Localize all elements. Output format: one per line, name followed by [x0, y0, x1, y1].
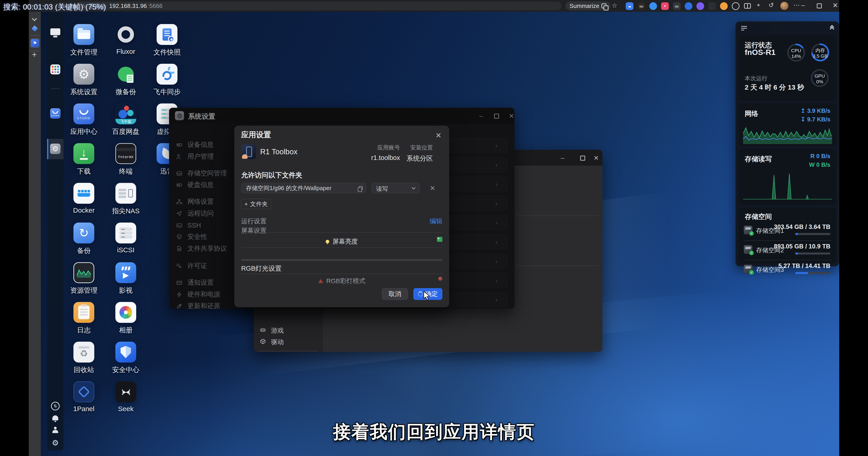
chevron-down-icon — [412, 186, 416, 190]
browser-close-button[interactable]: ✕ — [832, 1, 838, 9]
summarize-icon — [601, 3, 607, 8]
desktop-app-iscsi[interactable]: iSCSI — [109, 223, 143, 254]
ext-glasses-icon[interactable]: oo — [638, 2, 645, 10]
dialog-close-icon[interactable]: ✕ — [435, 131, 441, 140]
app-center-menu-games[interactable]: 游戏 — [260, 325, 317, 336]
video-subtitle: 接着我们回到应用详情页 — [0, 420, 868, 444]
cancel-button[interactable]: 取消 — [382, 288, 408, 300]
browser-minimize-button[interactable]: – — [801, 1, 805, 9]
video-frame: 搜索: 00:01:03 (关键帧) (75%) ⚠ 不安全 192.168.3… — [0, 0, 868, 456]
copy-icon[interactable] — [359, 186, 363, 190]
desktop-app-photos[interactable]: 相册 — [109, 302, 143, 335]
sidebar-divider — [258, 351, 318, 351]
app-label: 飞牛同步 — [150, 87, 184, 97]
browser-window: ⚠ 不安全 192.168.31.96 :5666 Summarize ☆ ☁o… — [29, 0, 839, 456]
storage-volume-row[interactable]: 存储空间1303.54 GB / 3.64 TB — [739, 221, 836, 240]
ext-purple-icon[interactable] — [696, 2, 704, 10]
ring-label: 内存 — [810, 48, 830, 53]
ext-cloud-icon[interactable]: ☁ — [626, 2, 633, 10]
download-rate: ↧ 9.7 KB/s — [801, 116, 830, 123]
brightness-slider[interactable] — [241, 259, 442, 261]
desktop-app-security-center[interactable]: 安全中心 — [109, 342, 143, 375]
history-icon[interactable]: ↺ — [769, 1, 774, 9]
ext-blue-dot-icon[interactable] — [685, 2, 692, 10]
summarize-button[interactable]: Summarize — [565, 1, 611, 10]
run-settings-row: 运行设置 编辑 — [241, 217, 442, 226]
app-center-maximize-button[interactable] — [580, 155, 585, 161]
edit-link[interactable]: 编辑 — [430, 217, 442, 226]
taskbar-divider — [51, 88, 60, 89]
volume-progress-bar — [795, 272, 830, 274]
desktop-app-baidu-netdisk[interactable]: 飞牛版百度网盘 — [109, 104, 143, 136]
desktop-app-docker[interactable]: Docker — [67, 183, 101, 214]
ext-mask-icon[interactable]: oo — [673, 2, 681, 10]
taskbar-app-store-button[interactable]: STORE — [47, 104, 63, 123]
ext-ghost-icon[interactable] — [732, 2, 740, 10]
desktop-app-download[interactable]: ↓下载 — [67, 143, 101, 176]
desktop-app-backup[interactable]: ↻备份 — [67, 223, 101, 255]
desktop-app-file-snapshot[interactable]: 文件快照 — [150, 24, 184, 57]
ext-drop-icon[interactable] — [649, 2, 657, 10]
app-label: iSCSI — [109, 246, 143, 254]
desktop-app-logs[interactable]: 日志 — [67, 302, 101, 335]
desktop-app-fluxor[interactable]: Fluxor — [109, 24, 143, 55]
add-folder-button[interactable]: + 文件夹 — [241, 199, 271, 209]
ext-orange-icon[interactable] — [720, 2, 728, 10]
desktop-app-fingertip-nas[interactable]: 指尖NAS — [109, 183, 143, 216]
widget-collapse-icon[interactable] — [830, 26, 834, 29]
ext-pink-icon[interactable]: ✕ — [661, 2, 669, 10]
ext-cat-icon[interactable] — [708, 2, 716, 10]
address-bar[interactable]: ⚠ 不安全 192.168.31.96 :5666 — [76, 2, 561, 10]
widget-menu-icon[interactable] — [741, 26, 747, 31]
browser-restore-button[interactable] — [817, 3, 822, 8]
gpu-ring: GPU0% — [810, 68, 830, 88]
taskbar-system-settings-button[interactable]: ⚙ — [47, 139, 63, 159]
desktop-app-recycle-bin[interactable]: ♻回收站 — [67, 342, 101, 375]
app-center-close-button[interactable]: ✕ — [593, 154, 599, 162]
desktop-app-app-center[interactable]: STORE应用中心 — [67, 104, 101, 136]
ring-label: CPU — [786, 48, 806, 53]
strip-add-icon[interactable]: + — [32, 50, 37, 59]
strip-gem-icon[interactable] — [31, 25, 38, 32]
browser-profile-avatar[interactable] — [780, 2, 788, 10]
app-label: 文件管理 — [67, 48, 101, 57]
volume-progress-bar — [795, 253, 830, 255]
desktop-app-seek[interactable]: )▸◂(Seek — [109, 381, 143, 413]
system-status-widget: 运行状态 fnOS-R1 CPU14% 内存3.5 GB GPU0% 本次运行 … — [736, 21, 839, 266]
uptime-label: 本次运行 — [745, 75, 767, 82]
desktop-app-fn-sync[interactable]: 飞牛同步 — [150, 64, 184, 97]
fluxor-icon — [115, 24, 136, 45]
desktop-app-one-panel[interactable]: 1Panel — [67, 381, 101, 413]
strip-collapse-icon[interactable] — [32, 16, 37, 21]
volume-cube-icon — [744, 226, 752, 234]
desktop-app-terminal[interactable]: FntermX终端 — [109, 143, 143, 176]
remove-folder-icon[interactable]: ✕ — [430, 184, 435, 192]
broken-image-icon — [437, 237, 442, 242]
strip-active-extension[interactable]: ⚑ — [30, 38, 40, 48]
desktop-app-file-manager[interactable]: 文件管理 — [67, 24, 101, 57]
app-settings-dialog: 应用设置 ✕ R1 Toolbox 应用账号 r1.toolbox 安装位置 系… — [234, 126, 449, 307]
folder-path-field[interactable]: 存储空间1/g96 的文件/Wallpaper — [241, 183, 367, 193]
desktop-app-movies[interactable]: ▶影视 — [109, 262, 143, 295]
desktop-app-system-settings[interactable]: ⚙系统设置 — [67, 64, 101, 97]
ring-value: 0% — [810, 79, 830, 84]
app-center-minimize-button[interactable]: – — [561, 154, 564, 162]
desktop-app-resource-monitor[interactable]: 资源管理 — [67, 262, 101, 295]
bookmark-star-icon[interactable]: ☆ — [612, 2, 617, 9]
disk-io-title: 存储读写 — [745, 154, 772, 164]
app-center-menu-drivers[interactable]: 驱动 — [260, 337, 317, 347]
desktop-app-wei-backup[interactable]: 微备份 — [109, 64, 143, 97]
bookmarks-list-icon[interactable]: ⭒ — [757, 1, 760, 9]
storage-volume-row[interactable]: 存储空间35.27 TB / 14.41 TB — [739, 260, 836, 279]
app-label: 下载 — [67, 167, 101, 176]
app-account-value: r1.toolbox — [371, 154, 400, 162]
permission-select[interactable]: 读写 — [371, 183, 420, 193]
taskbar-desktop-button[interactable] — [47, 22, 63, 42]
read-rate: R 0 B/s — [810, 153, 830, 160]
storage-volume-row[interactable]: 存储空间2893.05 GB / 10.9 TB — [739, 240, 836, 260]
folder-path-value: 存储空间1/g96 的文件/Wallpaper — [246, 184, 332, 192]
taskbar-app-grid-button[interactable] — [47, 59, 63, 79]
split-screen-icon[interactable] — [744, 3, 751, 9]
browser-menu-icon[interactable]: ⋯ — [794, 1, 800, 9]
volume-cube-icon — [744, 245, 752, 254]
